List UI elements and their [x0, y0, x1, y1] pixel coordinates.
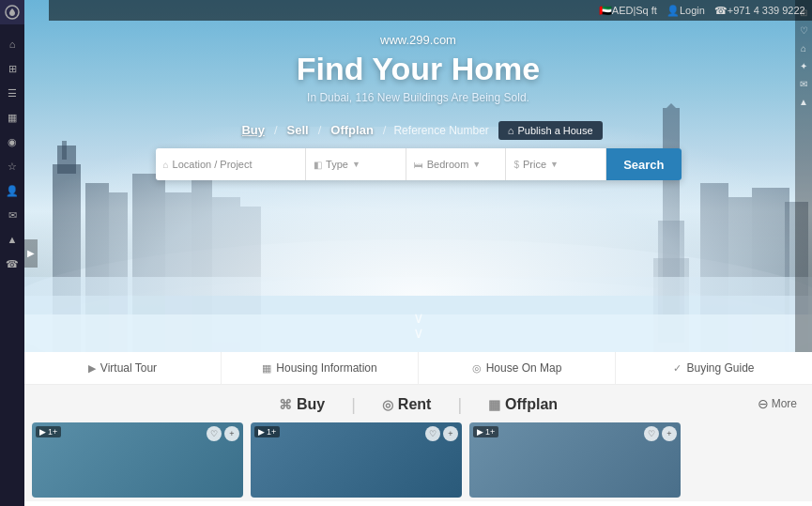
hero-subtitle: In Dubai, 116 New Buildings Are Being So…	[307, 91, 529, 104]
virtual-tour-icon: ▶	[88, 362, 96, 375]
price-placeholder: Price	[523, 159, 546, 170]
location-field[interactable]: ⌂ Location / Project	[156, 148, 307, 180]
login-button[interactable]: 👤 Login	[666, 5, 705, 17]
location-icon: ⌂	[163, 160, 169, 170]
property-cards: ▶ 1+ ♡ + ▶ 1+ ♡ + ▶ 1+	[24, 419, 812, 501]
offplan-tab-icon: ▦	[488, 397, 500, 412]
phone-icon: ☎	[714, 5, 728, 17]
hero-title: Find Your Home	[297, 51, 540, 87]
card-heart-2[interactable]: ♡	[425, 426, 440, 441]
type-chevron-icon: ▼	[352, 160, 360, 169]
sidebar-icon-star[interactable]: ☆	[0, 156, 24, 176]
offplan-tab-label: Offplan	[505, 396, 558, 413]
housing-info-link[interactable]: ▦ Housing Information	[222, 352, 419, 384]
card-actions-3: ♡ +	[644, 426, 677, 441]
buying-guide-icon: ✓	[673, 362, 682, 375]
hero-content: www.299.com Find Your Home In Dubai, 116…	[24, 33, 812, 180]
rent-tab-icon: ◎	[382, 397, 393, 412]
rent-tab-label: Rent	[398, 396, 432, 413]
card-heart-1[interactable]: ♡	[207, 426, 222, 441]
price-chevron-icon: ▼	[550, 160, 559, 169]
search-nav: Buy / Sell / Offplan / Reference Number …	[234, 119, 602, 141]
rt-icon-star[interactable]: ✦	[800, 61, 807, 71]
sidebar-icon-location[interactable]: ◉	[0, 131, 24, 152]
property-tabs: ⌘ Buy | ◎ Rent | ▦ Offplan	[24, 385, 812, 419]
tab-offplan[interactable]: ▦ Offplan	[481, 394, 565, 415]
currency-label: AED|Sq ft	[612, 5, 657, 16]
sidebar-icon-chart[interactable]: ▦	[0, 107, 24, 128]
card-actions-1: ♡ +	[207, 426, 239, 441]
location-placeholder: Location / Project	[173, 159, 253, 170]
house-map-link[interactable]: ◎ House On Map	[419, 352, 616, 384]
nav-buy[interactable]: Buy	[234, 119, 272, 141]
home-icon: ⌂	[508, 125, 514, 136]
publish-button[interactable]: ⌂ Publish a House	[498, 121, 603, 140]
tab-rent[interactable]: ◎ Rent	[375, 394, 439, 415]
card-actions-2: ♡ +	[425, 426, 458, 441]
video-icon: ▶	[39, 427, 46, 437]
bedroom-chevron-icon: ▼	[472, 160, 481, 169]
search-button[interactable]: Search	[606, 148, 681, 180]
sidebar-icon-message[interactable]: ✉	[0, 205, 24, 225]
nav-reference[interactable]: Reference Number	[388, 122, 494, 139]
sidebar-icon-list[interactable]: ☰	[0, 83, 24, 103]
housing-info-label: Housing Information	[276, 361, 376, 375]
card-badge-2: ▶ 1+	[254, 426, 280, 437]
currency-selector[interactable]: 🇦🇪 AED|Sq ft	[599, 5, 657, 17]
bedroom-icon: 🛏	[414, 160, 423, 170]
user-icon: 👤	[666, 5, 680, 17]
rt-icon-home[interactable]: ⌂	[801, 43, 806, 54]
nav-sell[interactable]: Sell	[280, 119, 316, 141]
sidebar-icon-home[interactable]: ⌂	[0, 34, 24, 54]
nav-offplan[interactable]: Offplan	[323, 119, 381, 141]
property-card-3[interactable]: ▶ 1+ ♡ +	[469, 422, 681, 498]
type-placeholder: Type	[326, 159, 348, 170]
card-plus-2[interactable]: +	[443, 426, 458, 441]
property-card-1[interactable]: ▶ 1+ ♡ +	[32, 422, 243, 498]
more-label: More	[772, 397, 797, 410]
sidebar-icon-grid[interactable]: ⊞	[0, 58, 24, 79]
more-icon: ⊖	[758, 396, 769, 411]
virtual-tour-link[interactable]: ▶ Virtual Tour	[24, 352, 222, 384]
rt-icon-arrow[interactable]: ▲	[799, 97, 808, 107]
bottom-nav: ▶ Virtual Tour ▦ Housing Information ◎ H…	[24, 352, 812, 385]
video-icon-3: ▶	[477, 427, 483, 437]
rt-icon-heart[interactable]: ♡	[800, 25, 808, 36]
bedroom-placeholder: Bedroom	[427, 159, 469, 170]
buying-guide-label: Buying Guide	[686, 361, 754, 375]
house-map-icon: ◎	[472, 362, 482, 375]
card-badge-1: ▶ 1+	[36, 426, 61, 437]
card-heart-3[interactable]: ♡	[644, 426, 659, 441]
buy-tab-icon: ⌘	[279, 397, 292, 412]
card-plus-1[interactable]: +	[224, 426, 239, 441]
property-card-2[interactable]: ▶ 1+ ♡ +	[251, 422, 462, 498]
sidebar-icon-phone[interactable]: ☎	[0, 253, 24, 274]
type-field[interactable]: ◧ Type ▼	[306, 148, 406, 180]
right-toolbar: ⊞ ♡ ⌂ ✦ ✉ ▲	[795, 0, 812, 352]
logo-button[interactable]	[0, 0, 24, 24]
property-section: ⌘ Buy | ◎ Rent | ▦ Offplan ⊖ More ▶ 1+	[24, 385, 812, 501]
hero-url: www.299.com	[380, 33, 456, 47]
video-icon-2: ▶	[258, 427, 265, 437]
sidebar-icon-person[interactable]: ▲	[0, 229, 24, 250]
topbar: 🇦🇪 AED|Sq ft 👤 Login ☎ +971 4 339 9222 E…	[49, 0, 812, 21]
flag-icon: 🇦🇪	[599, 5, 612, 17]
house-map-label: House On Map	[486, 361, 562, 375]
rt-icon-message[interactable]: ✉	[800, 79, 807, 89]
sidebar-toggle-button[interactable]: ▶	[24, 239, 38, 268]
scroll-indicator: ∨∨	[413, 311, 424, 341]
price-field[interactable]: $ Price ▼	[506, 148, 606, 180]
bedroom-field[interactable]: 🛏 Bedroom ▼	[406, 148, 507, 180]
price-icon: $	[513, 160, 519, 170]
phone-number[interactable]: ☎ +971 4 339 9222	[714, 5, 805, 17]
tab-buy[interactable]: ⌘ Buy	[271, 394, 332, 415]
type-icon: ◧	[314, 160, 322, 170]
card-plus-3[interactable]: +	[662, 426, 677, 441]
search-bar: ⌂ Location / Project ◧ Type ▼ 🛏 Bedroom …	[156, 148, 682, 180]
card-badge-3: ▶ 1+	[473, 426, 498, 437]
housing-info-icon: ▦	[262, 362, 271, 375]
more-link[interactable]: ⊖ More	[758, 396, 797, 411]
virtual-tour-label: Virtual Tour	[100, 361, 157, 375]
sidebar-icon-user[interactable]: 👤	[0, 180, 24, 201]
buying-guide-link[interactable]: ✓ Buying Guide	[616, 352, 812, 384]
